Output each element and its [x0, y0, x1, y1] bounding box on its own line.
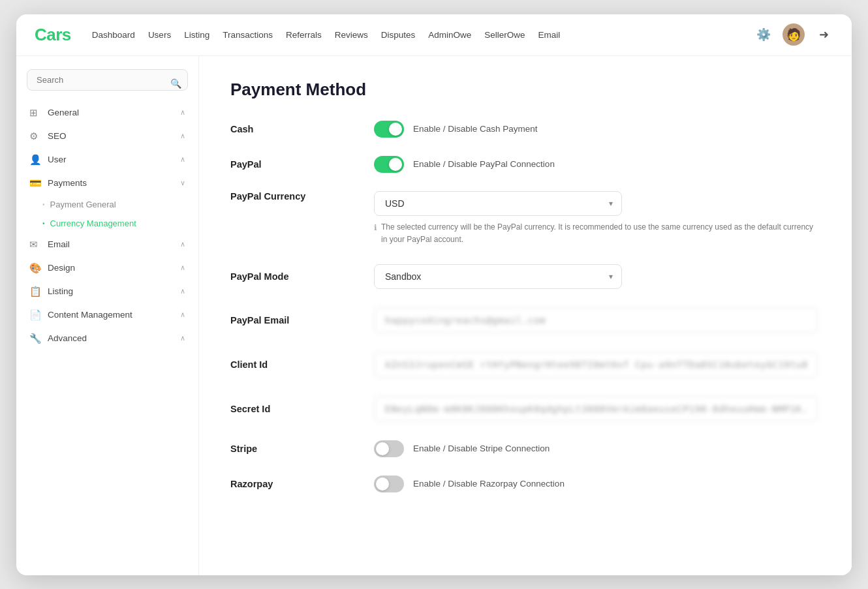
- stripe-toggle[interactable]: [374, 440, 404, 457]
- paypal-mode-select[interactable]: Sandbox Live: [374, 264, 622, 289]
- paypal-email-label: PayPal Email: [230, 315, 361, 325]
- nav-sellerowe[interactable]: SellerOwe: [484, 30, 525, 40]
- sidebar-label-content: Content Management: [48, 310, 132, 320]
- nav-links: Dashboard Users Listing Transactions Ref…: [92, 30, 754, 40]
- paypal-currency-row: PayPal Currency USD EUR GBP CAD AUD ▾: [230, 191, 818, 246]
- razorpay-row: Razorpay Enable / Disable Razorpay Conne…: [230, 476, 818, 492]
- stripe-toggle-label: Enable / Disable Stripe Connection: [413, 444, 550, 453]
- paypal-toggle-label: Enable / Disable PayPal Connection: [413, 159, 555, 169]
- nav-actions: ⚙️ 🧑 ➜: [754, 23, 833, 46]
- paypal-currency-info-text: The selected currency will be the PayPal…: [381, 221, 818, 246]
- chevron-icon-seo: ∧: [180, 132, 185, 140]
- nav-reviews[interactable]: Reviews: [335, 30, 368, 40]
- paypal-currency-col: USD EUR GBP CAD AUD ▾ ℹ The selected cur…: [374, 191, 818, 246]
- page-title: Payment Method: [230, 80, 820, 100]
- razorpay-toggle-wrap: Enable / Disable Razorpay Connection: [374, 476, 818, 492]
- search-button[interactable]: 🔍: [170, 78, 181, 89]
- paypal-mode-row: PayPal Mode Sandbox Live ▾: [230, 264, 818, 289]
- sidebar-item-advanced[interactable]: 🔧 Advanced ∧: [16, 327, 198, 350]
- razorpay-toggle-knob: [376, 477, 389, 491]
- email-icon: ✉: [29, 239, 41, 250]
- sidebar-label-user: User: [48, 155, 67, 164]
- paypal-currency-label: PayPal Currency: [230, 191, 361, 202]
- sidebar-sub-currency-management[interactable]: Currency Management: [42, 214, 198, 233]
- form-section: Cash Enable / Disable Cash Payment PayPa…: [230, 121, 818, 492]
- paypal-mode-label: PayPal Mode: [230, 271, 361, 282]
- nav-adminowe[interactable]: AdminOwe: [428, 30, 471, 40]
- chevron-icon-general: ∧: [180, 108, 185, 117]
- client-id-row: Client Id: [230, 352, 818, 378]
- sidebar-sub-payment-general[interactable]: Payment General: [42, 195, 198, 214]
- sidebar-item-user[interactable]: 👤 User ∧: [16, 148, 198, 172]
- sidebar-label-email: Email: [48, 239, 70, 249]
- paypal-email-input[interactable]: [374, 307, 818, 333]
- client-id-input[interactable]: [374, 352, 818, 378]
- search-input[interactable]: [27, 69, 188, 91]
- info-icon: ℹ: [374, 222, 377, 234]
- paypal-currency-select[interactable]: USD EUR GBP CAD AUD: [374, 191, 622, 216]
- chevron-icon-email: ∧: [180, 240, 185, 249]
- avatar[interactable]: 🧑: [783, 23, 805, 46]
- stripe-toggle-wrap: Enable / Disable Stripe Connection: [374, 440, 818, 457]
- paypal-mode-select-wrap: Sandbox Live ▾: [374, 264, 622, 289]
- chevron-icon-user: ∧: [180, 155, 185, 164]
- sidebar-item-design[interactable]: 🎨 Design ∧: [16, 256, 198, 280]
- sidebar-item-listing[interactable]: 📋 Listing ∧: [16, 280, 198, 303]
- nav-email[interactable]: Email: [538, 30, 561, 40]
- sidebar-label-design: Design: [48, 263, 75, 273]
- sidebar-item-email[interactable]: ✉ Email ∧: [16, 233, 198, 256]
- chevron-icon-listing: ∧: [180, 287, 185, 295]
- payments-icon: 💳: [29, 177, 41, 189]
- nav-dashboard[interactable]: Dashboard: [92, 30, 135, 40]
- currency-management-label: Currency Management: [50, 219, 136, 228]
- stripe-label: Stripe: [230, 444, 361, 454]
- paypal-toggle-knob: [389, 158, 402, 171]
- stripe-toggle-knob: [376, 442, 389, 455]
- sidebar-label-advanced: Advanced: [48, 333, 87, 343]
- paypal-label: PayPal: [230, 159, 361, 170]
- sidebar-item-seo[interactable]: ⚙ SEO ∧: [16, 125, 198, 148]
- logout-icon[interactable]: ➜: [814, 25, 833, 44]
- cash-label: Cash: [230, 124, 361, 134]
- secret-id-input[interactable]: [374, 396, 818, 422]
- cash-row: Cash Enable / Disable Cash Payment: [230, 121, 818, 138]
- cash-toggle-knob: [389, 123, 402, 136]
- cash-toggle-wrap: Enable / Disable Cash Payment: [374, 121, 818, 138]
- nav-users[interactable]: Users: [148, 30, 171, 40]
- sidebar: 🔍 ⊞ General ∧ ⚙ SEO ∧: [16, 56, 199, 575]
- nav-listing[interactable]: Listing: [184, 30, 209, 40]
- listing-icon: 📋: [29, 286, 41, 297]
- brand-logo: Cars: [35, 25, 71, 45]
- advanced-icon: 🔧: [29, 333, 41, 344]
- paypal-row: PayPal Enable / Disable PayPal Connectio…: [230, 156, 818, 173]
- sidebar-item-general[interactable]: ⊞ General ∧: [16, 101, 198, 125]
- cash-toggle-label: Enable / Disable Cash Payment: [413, 124, 538, 134]
- payment-general-label: Payment General: [50, 200, 116, 209]
- sidebar-sub-payments: Payment General Currency Management: [16, 195, 198, 233]
- content-icon: 📄: [29, 309, 41, 321]
- sidebar-item-payments[interactable]: 💳 Payments ∨: [16, 172, 198, 195]
- seo-icon: ⚙: [29, 130, 41, 142]
- cash-toggle[interactable]: [374, 121, 404, 138]
- design-icon: 🎨: [29, 262, 41, 274]
- sidebar-label-general: General: [48, 108, 79, 117]
- paypal-email-row: PayPal Email: [230, 307, 818, 333]
- paypal-toggle[interactable]: [374, 156, 404, 173]
- nav-transactions[interactable]: Transactions: [223, 30, 273, 40]
- razorpay-label: Razorpay: [230, 479, 361, 489]
- sidebar-label-payments: Payments: [48, 178, 87, 188]
- secret-id-row: Secret Id: [230, 396, 818, 422]
- settings-icon[interactable]: ⚙️: [754, 25, 773, 44]
- paypal-currency-info: ℹ The selected currency will be the PayP…: [374, 221, 818, 246]
- app-window: Cars Dashboard Users Listing Transaction…: [16, 14, 852, 575]
- paypal-toggle-wrap: Enable / Disable PayPal Connection: [374, 156, 818, 173]
- general-icon: ⊞: [29, 107, 41, 119]
- content-area: Payment Method Cash Enable / Disable Cas…: [199, 56, 852, 575]
- client-id-label: Client Id: [230, 359, 361, 370]
- razorpay-toggle[interactable]: [374, 476, 404, 492]
- user-icon: 👤: [29, 154, 41, 166]
- nav-disputes[interactable]: Disputes: [381, 30, 416, 40]
- topnav: Cars Dashboard Users Listing Transaction…: [16, 14, 852, 56]
- nav-referrals[interactable]: Referrals: [286, 30, 322, 40]
- sidebar-item-content-management[interactable]: 📄 Content Management ∧: [16, 303, 198, 327]
